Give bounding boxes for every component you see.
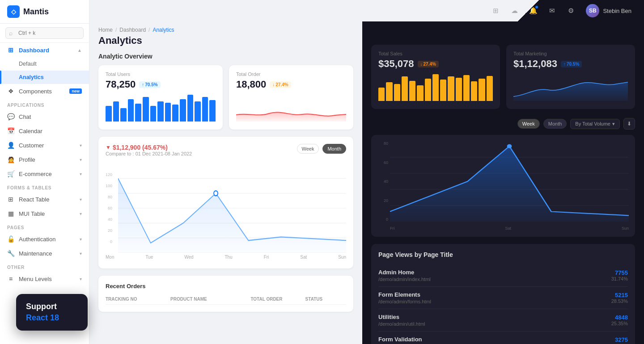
sidebar-item-default[interactable]: Default — [0, 57, 89, 71]
col-status: STATUS — [305, 297, 346, 302]
dark-month-button[interactable]: Month — [543, 119, 567, 129]
income-left: ▼ $1,12,900 (45.67%) Compare to : 01 Dec… — [106, 144, 192, 162]
search-input[interactable] — [5, 27, 84, 39]
stat-badge-order: ↓ 27.4% — [270, 81, 291, 88]
stat-value-order: 18,800 — [236, 79, 266, 90]
dark-income-chart-card: 80 60 40 20 0 — [371, 135, 635, 237]
grid-icon[interactable]: ⊞ — [488, 4, 503, 18]
order-chart — [236, 95, 346, 122]
chevron-down-icon8: ▾ — [80, 277, 82, 281]
svg-point-11 — [507, 144, 512, 148]
sidebar-item-components[interactable]: ❖ Components new — [0, 84, 89, 98]
mail-icon[interactable]: ✉ — [545, 4, 559, 18]
toast-subtitle: React 18 — [26, 313, 78, 323]
topbar-icons: ⊞ ☁ 🔔 ✉ ⚙ SB Stebin Ben — [488, 2, 635, 19]
page-title: Analytics — [98, 35, 353, 46]
section-pages: Pages — [0, 221, 89, 232]
page-views-section: Page Views by Page Title Admin Home /dem… — [371, 244, 635, 344]
arrow-up-icon2: ↑ — [564, 62, 566, 67]
toast-title: Support — [26, 302, 78, 311]
breadcrumb-sep2: / — [148, 27, 150, 33]
topbar-right: ⊞ ☁ 🔔 ✉ ⚙ SB Stebin Ben — [488, 2, 635, 19]
stat-label-users: Total Users — [106, 71, 216, 77]
stat-value-users: 78,250 — [106, 79, 136, 90]
auth-icon: 🔓 — [7, 235, 14, 243]
toast-popup[interactable]: Support React 18 — [16, 294, 88, 331]
pv-name-3: Form Validation — [378, 336, 611, 343]
income-overview-section: ▼ $1,12,900 (45.67%) Compare to : 01 Dec… — [98, 137, 353, 268]
settings-icon[interactable]: ⚙ — [564, 4, 578, 18]
col-tracking: TRACKING NO — [106, 297, 167, 302]
sidebar-item-menu-levels[interactable]: ≡ Menu Levels ▾ — [0, 272, 89, 286]
logo-icon: ◇ — [7, 5, 20, 18]
stat-label-sales: Total Sales — [378, 51, 493, 56]
month-button[interactable]: Month — [322, 144, 346, 154]
stat-value-row-sales: $35,078 ↓ 27.4% — [378, 58, 493, 70]
sidebar: ◇ Mantis ⊞ Dashboard ▲ Default Analytics… — [0, 0, 89, 344]
income-header: ▼ $1,12,900 (45.67%) Compare to : 01 Dec… — [106, 144, 346, 162]
sidebar-item-react-table[interactable]: ⊞ React Table ▾ — [0, 192, 89, 206]
sidebar-item-analytics[interactable]: Analytics — [0, 71, 89, 84]
col-product: PRODUCT NAME — [170, 297, 247, 302]
stat-value-row-marketing: $1,12,083 ↑ 70.5% — [513, 58, 628, 70]
notification-icon[interactable]: 🔔 — [526, 4, 540, 18]
pv-count-2: 4848 — [611, 314, 628, 321]
user-name: Stebin Ben — [603, 8, 631, 14]
sidebar-item-chat[interactable]: 💬 Chat — [0, 109, 89, 124]
stat-card-order: Total Order 18,800 ↓ 27.4% — [229, 65, 353, 130]
pv-row-2: Utilities /demo/admin/util.html 4848 25.… — [378, 309, 628, 331]
chevron-down-icon7: ▾ — [80, 251, 82, 256]
income-chart-wrap: 120 100 80 60 40 20 0 — [106, 164, 346, 253]
sidebar-item-ecommerce[interactable]: 🛒 E-commerce ▾ — [0, 167, 89, 181]
users-bar-chart — [106, 95, 216, 122]
sidebar-item-mui-table[interactable]: ▦ MUI Table ▾ — [0, 206, 89, 221]
income-dark-controls-row: Week Month By Total Volume ▾ ⬇ — [371, 118, 635, 130]
breadcrumb-current: Analytics — [153, 27, 174, 33]
chevron-down-icon4: ▾ — [80, 197, 82, 202]
breadcrumb-dashboard[interactable]: Dashboard — [119, 27, 146, 33]
chevron-down-icon5: ▾ — [80, 211, 82, 216]
sidebar-item-dashboard[interactable]: ⊞ Dashboard ▲ — [0, 43, 89, 57]
col-total-order: TOTAL ORDER — [250, 297, 301, 302]
calendar-icon: 📅 — [7, 127, 14, 134]
section-other: Other — [0, 260, 89, 272]
stat-badge-users: ↑ 70.5% — [139, 81, 160, 88]
cloud-icon[interactable]: ☁ — [507, 4, 521, 18]
pv-name-1: Form Elements — [378, 291, 611, 298]
sidebar-item-profile[interactable]: 🙍 Profile ▾ — [0, 152, 89, 167]
stat-badge-sales: ↓ 27.4% — [418, 61, 439, 67]
user-profile[interactable]: SB Stebin Ben — [582, 2, 635, 19]
dark-x-labels: Fri Sat Sun — [390, 226, 629, 231]
sidebar-item-maintenance[interactable]: 🔧 Maintenance ▾ — [0, 246, 89, 260]
stat-badge-marketing: ↑ 70.5% — [561, 61, 582, 67]
dark-line-chart: 80 60 40 20 0 — [377, 141, 629, 231]
dark-week-button[interactable]: Week — [517, 119, 540, 129]
stat-value-sales: $35,078 — [378, 58, 414, 70]
sidebar-item-customer[interactable]: 👤 Customer ▾ — [0, 138, 89, 152]
sidebar-logo: ◇ Mantis — [0, 0, 89, 24]
profile-icon: 🙍 — [7, 156, 14, 163]
arrow-up-icon: ↑ — [142, 82, 144, 87]
stat-value-row-users: 78,250 ↑ 70.5% — [106, 79, 216, 90]
orders-table-header: TRACKING NO PRODUCT NAME TOTAL ORDER STA… — [106, 294, 346, 305]
orders-title: Recent Orders — [106, 283, 346, 289]
dark-volume-select[interactable]: By Total Volume ▾ — [570, 119, 620, 129]
income-line-chart — [118, 164, 346, 253]
sidebar-item-calendar[interactable]: 📅 Calendar — [0, 124, 89, 138]
pv-count-3: 3275 — [611, 336, 628, 343]
menu-icon: ≡ — [7, 275, 14, 282]
stat-value-marketing: $1,12,083 — [513, 58, 557, 70]
stat-label-order: Total Order — [236, 71, 346, 77]
chevron-down-icon6: ▾ — [80, 237, 82, 242]
chat-icon: 💬 — [7, 113, 14, 120]
avatar: SB — [586, 4, 599, 17]
select-arrow-icon: ▾ — [612, 121, 615, 127]
download-button[interactable]: ⬇ — [623, 118, 635, 130]
sidebar-search-wrap — [0, 24, 89, 43]
pv-name-2: Utilities — [378, 314, 611, 320]
maintenance-icon: 🔧 — [7, 250, 14, 257]
week-button[interactable]: Week — [297, 144, 319, 154]
breadcrumb-home[interactable]: Home — [98, 27, 113, 33]
sidebar-item-authentication[interactable]: 🔓 Authentication ▾ — [0, 232, 89, 246]
pv-row-0: Admin Home /demo/admin/index.html 7755 3… — [378, 264, 628, 287]
